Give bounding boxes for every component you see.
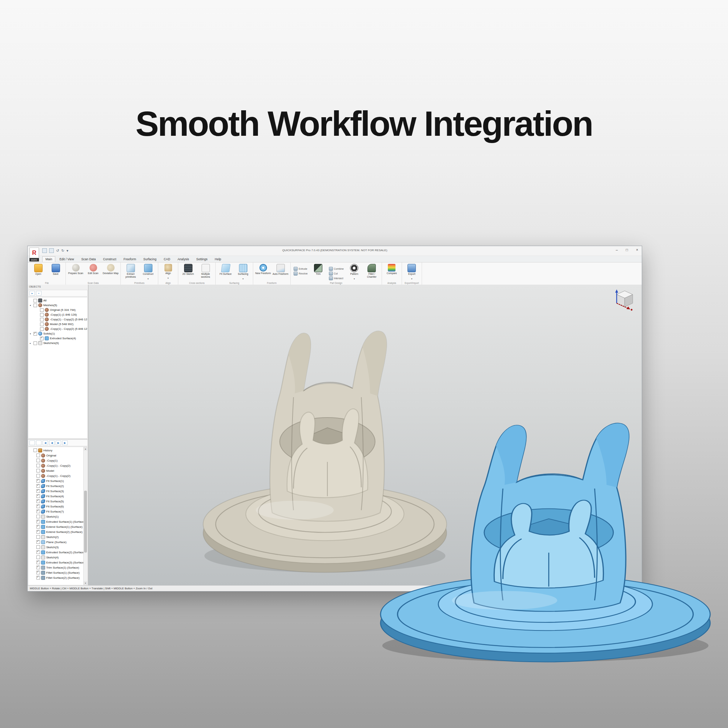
visibility-checkbox[interactable] — [37, 479, 40, 483]
expander-icon[interactable]: ▾ — [30, 304, 32, 307]
visibility-checkbox[interactable] — [37, 550, 40, 554]
history-row[interactable]: Extruded Surface(2) (Surface) — [28, 550, 83, 555]
visibility-checkbox[interactable] — [37, 561, 40, 564]
ribbon-small-button[interactable] — [294, 276, 308, 280]
history-tool-button[interactable]: ▶ — [56, 440, 61, 445]
ribbon-button[interactable]: Save — [47, 263, 64, 278]
ribbon-tab[interactable]: Help — [211, 256, 224, 262]
visibility-checkbox[interactable] — [34, 332, 37, 336]
visibility-checkbox[interactable] — [34, 448, 37, 452]
visibility-checkbox[interactable] — [37, 571, 40, 575]
history-row[interactable]: Plane (Surface) — [28, 539, 83, 544]
quick-access-icon[interactable] — [42, 248, 47, 253]
visibility-checkbox[interactable] — [37, 555, 40, 559]
visibility-checkbox[interactable] — [40, 337, 44, 340]
quick-access-icon[interactable] — [49, 248, 54, 253]
history-tool-button[interactable]: ◀ — [43, 440, 48, 445]
ribbon-tab[interactable]: Settings — [193, 256, 211, 262]
ribbon-tab[interactable]: Surfacing — [140, 256, 160, 262]
tree-row[interactable]: -Copy(1) - Copy(2) (5 846 126) — [28, 317, 87, 322]
visibility-checkbox[interactable] — [37, 520, 40, 523]
history-row[interactable]: Sketch(3) — [28, 544, 83, 550]
minimize-button[interactable]: – — [616, 248, 618, 252]
visibility-checkbox[interactable] — [37, 535, 40, 539]
visibility-checkbox[interactable] — [40, 308, 44, 312]
visibility-checkbox[interactable] — [37, 566, 40, 569]
scroll-down-icon[interactable]: ▼ — [84, 581, 87, 585]
visibility-checkbox[interactable] — [37, 530, 40, 533]
ribbon-button[interactable]: Deviation Map — [102, 263, 119, 277]
history-row[interactable]: Sketch(4) — [28, 555, 83, 560]
visibility-checkbox[interactable] — [37, 454, 40, 457]
ribbon-button[interactable]: Align ▾ — [160, 263, 176, 279]
quick-access-icon[interactable]: ↺ — [56, 248, 59, 253]
visibility-checkbox[interactable] — [40, 327, 44, 331]
navigation-cube[interactable] — [613, 288, 636, 311]
quick-access-icon[interactable]: ▾ — [67, 248, 69, 253]
history-row[interactable]: Fillet Surface(1) (Surface) — [28, 570, 83, 575]
ribbon-tab[interactable]: CAD — [161, 256, 174, 262]
visibility-checkbox[interactable] — [34, 303, 37, 307]
ribbon-small-button[interactable]: Combine — [329, 267, 344, 270]
tree-row[interactable]: Extruded Surface(4) — [28, 336, 87, 341]
history-row[interactable]: Fit Surface(3) — [28, 489, 83, 494]
app-logo[interactable]: R DEMO — [29, 248, 39, 261]
ribbon-tab[interactable]: Freeform — [121, 256, 139, 262]
history-row[interactable]: Model — [28, 468, 83, 473]
tree-row[interactable]: ▾ Meshes(5) — [28, 303, 87, 308]
expander-icon[interactable]: ▾ — [30, 333, 32, 335]
ribbon-button[interactable]: Construct ▾ — [140, 263, 156, 280]
history-row[interactable]: Extruded Surface(1) (Surface) — [28, 519, 83, 524]
visibility-checkbox[interactable] — [37, 494, 40, 498]
visibility-checkbox[interactable] — [37, 545, 40, 549]
ribbon-tab[interactable]: Scan Data — [78, 256, 99, 262]
history-row[interactable]: Fit Surface(7) — [28, 509, 83, 514]
ribbon-tab[interactable]: Construct — [100, 256, 119, 262]
scrollbar-thumb[interactable] — [84, 490, 87, 553]
tree-row[interactable]: Original (5 316 794) — [28, 308, 87, 312]
history-tool-button[interactable] — [29, 440, 35, 445]
ribbon-button[interactable]: Edit Scan — [85, 263, 101, 277]
history-row[interactable]: Fit Surface(1) — [28, 478, 83, 483]
objects-tool-button[interactable]: ▪ — [36, 291, 41, 296]
visibility-checkbox[interactable] — [37, 474, 40, 478]
history-tool-button[interactable]: ▶ — [62, 440, 68, 445]
history-tool-button[interactable] — [36, 440, 41, 445]
tree-row[interactable]: All — [28, 298, 87, 303]
ribbon-button[interactable]: Extract primitives — [122, 263, 139, 279]
visibility-checkbox[interactable] — [37, 504, 40, 508]
maximize-button[interactable]: □ — [626, 248, 628, 252]
tree-row[interactable]: ▸ Sketches(9) — [28, 341, 87, 345]
visibility-checkbox[interactable] — [37, 459, 40, 462]
viewport-3d[interactable] — [89, 285, 642, 585]
ribbon-button[interactable]: Fillet / Chamfer — [364, 263, 380, 279]
ribbon-small-button[interactable]: Revolve — [294, 271, 308, 275]
ribbon-button[interactable]: New Freeform — [255, 263, 271, 277]
visibility-checkbox[interactable] — [37, 510, 40, 513]
visibility-checkbox[interactable] — [37, 576, 40, 579]
ribbon-button[interactable]: Multiple sections — [197, 263, 214, 279]
history-scrollbar[interactable]: ▲ ▼ — [83, 447, 87, 585]
history-row[interactable]: Trim Surface(1) (Surface) — [28, 565, 83, 570]
quick-access-icon[interactable]: ↻ — [61, 248, 64, 253]
history-row[interactable]: Sketch(2) — [28, 534, 83, 539]
history-root-row[interactable]: History — [28, 448, 83, 453]
visibility-checkbox[interactable] — [34, 299, 37, 302]
tree-row[interactable]: ▾ Solids(1) — [28, 331, 87, 336]
history-row[interactable]: Fit Surface(4) — [28, 494, 83, 499]
ribbon-button[interactable]: Compare — [384, 263, 400, 277]
history-row[interactable]: -Copy(1) - Copy(2) — [28, 463, 83, 468]
expander-icon[interactable]: ▸ — [30, 342, 32, 344]
close-button[interactable]: × — [636, 248, 638, 252]
history-tool-button[interactable]: ◀ — [49, 440, 55, 445]
history-row[interactable]: Fit Surface(2) — [28, 483, 83, 489]
title-bar[interactable]: R DEMO ↺ ↻ ▾ QUICKSURFACE Pro 7.0.43 (DE… — [28, 246, 642, 256]
visibility-checkbox[interactable] — [40, 322, 44, 326]
visibility-checkbox[interactable] — [37, 489, 40, 493]
ribbon-button[interactable]: Export ▾ — [404, 263, 420, 280]
objects-tool-button[interactable]: ▸ — [29, 291, 35, 296]
ribbon-button[interactable]: Trim — [310, 263, 327, 278]
ribbon-button[interactable]: Surfacing ▾ — [235, 263, 251, 280]
history-row[interactable]: Original — [28, 453, 83, 458]
ribbon-small-button[interactable]: Cut — [329, 271, 344, 275]
